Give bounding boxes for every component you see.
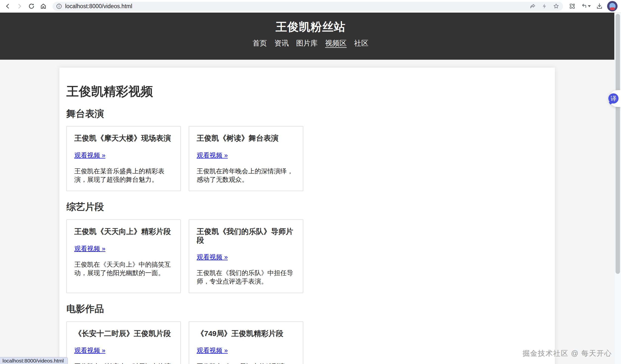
site-nav: 首页 资讯 图片库 视频区 社区	[0, 38, 621, 48]
video-card: 《749局》王俊凯精彩片段 观看视频 » 王俊凯在《749局》中的精彩演绎，展现…	[189, 321, 303, 364]
back-icon	[4, 3, 11, 10]
section-heading-variety: 综艺片段	[66, 202, 548, 212]
page-viewport: 王俊凯精彩视频 舞台表演 王俊凯《摩天大楼》现场表演 观看视频 » 王俊凯在某音…	[0, 60, 614, 364]
nav-item-gallery[interactable]: 图片库	[296, 38, 318, 48]
vertical-scrollbar[interactable]	[614, 13, 621, 364]
site-info-icon[interactable]	[56, 3, 62, 9]
section-heading-movies: 电影作品	[66, 304, 548, 314]
caret-down-icon	[588, 5, 591, 7]
watch-video-link[interactable]: 观看视频 »	[197, 346, 228, 355]
video-description: 王俊凯在跨年晚会上的深情演绎，感动了无数观众。	[197, 167, 295, 184]
site-header: 王俊凯粉丝站 首页 资讯 图片库 视频区 社区	[0, 13, 621, 60]
nav-item-home[interactable]: 首页	[253, 38, 267, 48]
reopen-tab-button[interactable]	[580, 2, 592, 10]
refresh-icon	[28, 3, 35, 10]
watermark-text: 掘金技术社区 @ 每天开心	[522, 349, 612, 359]
video-title: 《749局》王俊凯精彩片段	[197, 329, 295, 338]
home-icon	[40, 3, 47, 10]
extensions-button[interactable]	[568, 2, 576, 10]
video-title: 王俊凯《我们的乐队》导师片段	[197, 227, 295, 244]
downloads-button[interactable]	[595, 2, 604, 10]
nav-item-community[interactable]: 社区	[354, 38, 368, 48]
address-bar[interactable]: localhost:8000/videos.html	[52, 2, 563, 11]
content-card: 王俊凯精彩视频 舞台表演 王俊凯《摩天大楼》现场表演 观看视频 » 王俊凯在某音…	[59, 68, 555, 364]
bookmark-star-icon[interactable]	[553, 3, 560, 10]
back-button[interactable]	[3, 2, 12, 10]
video-title: 《长安十二时辰》王俊凯片段	[74, 329, 173, 338]
video-title: 王俊凯《摩天大楼》现场表演	[74, 134, 173, 143]
video-description: 王俊凯在《749局》中的精彩演绎，展现了他的演技实力。	[197, 362, 295, 364]
status-url-text: localhost:8000/videos.html	[2, 358, 64, 364]
forward-icon	[16, 3, 23, 10]
forward-button[interactable]	[15, 2, 24, 10]
video-title: 王俊凯《树读》舞台表演	[197, 134, 295, 143]
download-icon	[596, 3, 603, 10]
watch-video-link[interactable]: 观看视频 »	[197, 253, 228, 261]
video-card: 王俊凯《摩天大楼》现场表演 观看视频 » 王俊凯在某音乐盛典上的精彩表演，展现了…	[66, 126, 181, 191]
return-arrow-icon	[581, 3, 587, 9]
link-status-tooltip: localhost:8000/videos.html	[0, 357, 68, 364]
translate-icon: 译	[611, 95, 617, 103]
video-description: 王俊凯在《长安十二时辰》中饰演少年易正，表现出色。	[74, 362, 173, 364]
video-card: 王俊凯《天天向上》精彩片段 观看视频 » 王俊凯在《天天向上》中的搞笑互动，展现…	[66, 219, 181, 293]
video-card: 《长安十二时辰》王俊凯片段 观看视频 » 王俊凯在《长安十二时辰》中饰演少年易正…	[66, 321, 181, 364]
watch-video-link[interactable]: 观看视频 »	[74, 346, 105, 355]
video-grid-stage: 王俊凯《摩天大楼》现场表演 观看视频 » 王俊凯在某音乐盛典上的精彩表演，展现了…	[66, 126, 548, 191]
url-text[interactable]: localhost:8000/videos.html	[65, 3, 132, 10]
video-grid-variety: 王俊凯《天天向上》精彩片段 观看视频 » 王俊凯在《天天向上》中的搞笑互动，展现…	[66, 219, 548, 293]
lightning-icon[interactable]	[541, 3, 548, 9]
video-description: 王俊凯在《天天向上》中的搞笑互动，展现了他阳光幽默的一面。	[74, 260, 173, 277]
extensions-puzzle-icon	[569, 3, 576, 10]
video-description: 王俊凯在某音乐盛典上的精彩表演，展现了超强的舞台魅力。	[74, 167, 173, 184]
browser-toolbar: localhost:8000/videos.html	[0, 0, 621, 13]
share-icon[interactable]	[529, 3, 536, 10]
nav-item-news[interactable]: 资讯	[274, 38, 289, 48]
video-card: 王俊凯《我们的乐队》导师片段 观看视频 » 王俊凯在《我们的乐队》中担任导师，专…	[189, 219, 303, 293]
scrollbar-thumb[interactable]	[616, 14, 620, 274]
refresh-button[interactable]	[27, 2, 36, 10]
video-card: 王俊凯《树读》舞台表演 观看视频 » 王俊凯在跨年晚会上的深情演绎，感动了无数观…	[189, 126, 303, 191]
watch-video-link[interactable]: 观看视频 »	[74, 151, 105, 160]
video-grid-movies: 《长安十二时辰》王俊凯片段 观看视频 » 王俊凯在《长安十二时辰》中饰演少年易正…	[66, 321, 548, 364]
watch-video-link[interactable]: 观看视频 »	[74, 244, 105, 253]
watch-video-link[interactable]: 观看视频 »	[197, 151, 228, 160]
home-button[interactable]	[39, 2, 48, 10]
nav-item-videos[interactable]: 视频区	[325, 38, 347, 48]
section-heading-stage: 舞台表演	[66, 109, 548, 119]
video-description: 王俊凯在《我们的乐队》中担任导师，专业点评选手表演。	[197, 269, 295, 286]
translate-button[interactable]: 译	[608, 93, 619, 104]
site-title: 王俊凯粉丝站	[0, 13, 621, 35]
video-title: 王俊凯《天天向上》精彩片段	[74, 227, 173, 236]
page-title: 王俊凯精彩视频	[66, 85, 548, 98]
profile-avatar[interactable]	[607, 1, 618, 11]
